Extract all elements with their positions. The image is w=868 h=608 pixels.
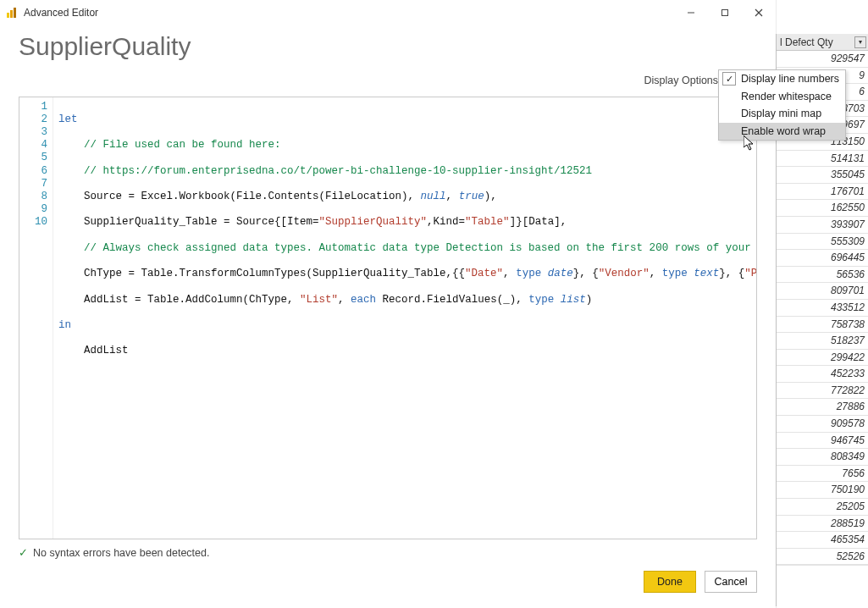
editor-toolbar: Display Options ▼ ? xyxy=(0,71,776,97)
maximize-icon xyxy=(721,8,729,17)
line-number: 7 xyxy=(21,178,47,191)
dialog-buttons: Done Cancel xyxy=(0,559,776,608)
svg-rect-4 xyxy=(722,10,728,16)
line-number: 5 xyxy=(21,152,47,164)
display-options-menu[interactable]: ✓Display line numbersRender whitespaceDi… xyxy=(718,69,846,141)
table-cell[interactable]: 772822 xyxy=(777,383,868,400)
menu-item-label: Display line numbers xyxy=(741,73,839,85)
menu-item-label: Display mini map xyxy=(741,108,821,119)
table-cell[interactable]: 758738 xyxy=(777,317,868,334)
table-cell[interactable]: 27886 xyxy=(777,399,868,416)
table-cell[interactable]: 162550 xyxy=(777,200,868,217)
line-number: 6 xyxy=(21,165,47,178)
menu-item[interactable]: ✓Display line numbers xyxy=(719,70,845,88)
column-header[interactable]: l Defect Qty ▾ xyxy=(777,34,868,51)
check-icon: ✓ xyxy=(19,546,28,559)
display-options-label: Display Options xyxy=(644,75,719,86)
table-cell[interactable]: 393907 xyxy=(777,217,868,234)
column-header-label: l Defect Qty xyxy=(780,36,833,48)
table-cell[interactable]: 809701 xyxy=(777,283,868,300)
query-name: SupplierQuality xyxy=(0,25,776,71)
column-filter-dropdown[interactable]: ▾ xyxy=(854,36,866,48)
table-cell[interactable]: 176701 xyxy=(777,184,868,201)
table-cell[interactable]: 946745 xyxy=(777,433,868,450)
table-cell[interactable]: 355045 xyxy=(777,167,868,184)
advanced-editor-dialog: Advanced Editor SupplierQuality Display … xyxy=(0,0,776,608)
table-cell[interactable]: 452233 xyxy=(777,366,868,383)
titlebar: Advanced Editor xyxy=(0,0,776,25)
line-number-gutter: 12345678910 xyxy=(19,97,53,539)
table-cell[interactable]: 288519 xyxy=(777,516,868,533)
line-number: 10 xyxy=(21,216,47,229)
minimize-icon xyxy=(687,8,695,17)
svg-rect-0 xyxy=(7,13,9,18)
table-cell[interactable]: 909578 xyxy=(777,416,868,433)
table-cell[interactable]: 299422 xyxy=(777,350,868,367)
table-cell[interactable]: 433512 xyxy=(777,300,868,317)
table-cell[interactable]: 514131 xyxy=(777,151,868,168)
table-cell[interactable]: 696445 xyxy=(777,250,868,267)
close-icon xyxy=(755,8,763,17)
status-message: No syntax errors have been detected. xyxy=(33,547,209,559)
code-editor[interactable]: 12345678910 let // File used can be foun… xyxy=(19,97,757,539)
table-cell[interactable]: 465354 xyxy=(777,532,868,549)
done-button[interactable]: Done xyxy=(644,571,696,593)
window-controls xyxy=(674,0,776,25)
minimize-button[interactable] xyxy=(674,0,708,25)
line-number: 8 xyxy=(21,191,47,203)
close-button[interactable] xyxy=(742,0,776,25)
table-cell[interactable]: 7656 xyxy=(777,466,868,483)
powerbi-icon xyxy=(5,6,19,19)
line-number: 3 xyxy=(21,126,47,139)
line-number: 4 xyxy=(21,139,47,152)
table-cell[interactable]: 808349 xyxy=(777,449,868,466)
table-cell[interactable]: 929547 xyxy=(777,51,868,68)
cancel-button[interactable]: Cancel xyxy=(705,571,757,593)
table-cell[interactable]: 52526 xyxy=(777,549,868,566)
line-number: 9 xyxy=(21,203,47,216)
checkbox-checked-icon: ✓ xyxy=(722,72,736,86)
menu-item[interactable]: Display mini map xyxy=(719,105,845,123)
line-number: 2 xyxy=(21,113,47,126)
menu-item[interactable]: Render whitespace xyxy=(719,88,845,106)
menu-item[interactable]: Enable word wrap xyxy=(719,123,845,141)
table-cell[interactable]: 56536 xyxy=(777,267,868,284)
code-area[interactable]: let // File used can be found here: // h… xyxy=(53,97,756,539)
svg-rect-2 xyxy=(14,8,16,18)
window-title: Advanced Editor xyxy=(24,7,98,19)
menu-item-label: Enable word wrap xyxy=(741,125,826,137)
maximize-button[interactable] xyxy=(708,0,742,25)
line-number: 1 xyxy=(21,101,47,113)
table-cell[interactable]: 750190 xyxy=(777,482,868,499)
table-cell[interactable]: 555309 xyxy=(777,234,868,251)
status-bar: ✓ No syntax errors have been detected. xyxy=(0,539,776,559)
svg-rect-1 xyxy=(10,10,13,18)
menu-item-label: Render whitespace xyxy=(741,91,832,102)
table-cell[interactable]: 518237 xyxy=(777,333,868,350)
table-cell[interactable]: 25205 xyxy=(777,499,868,516)
